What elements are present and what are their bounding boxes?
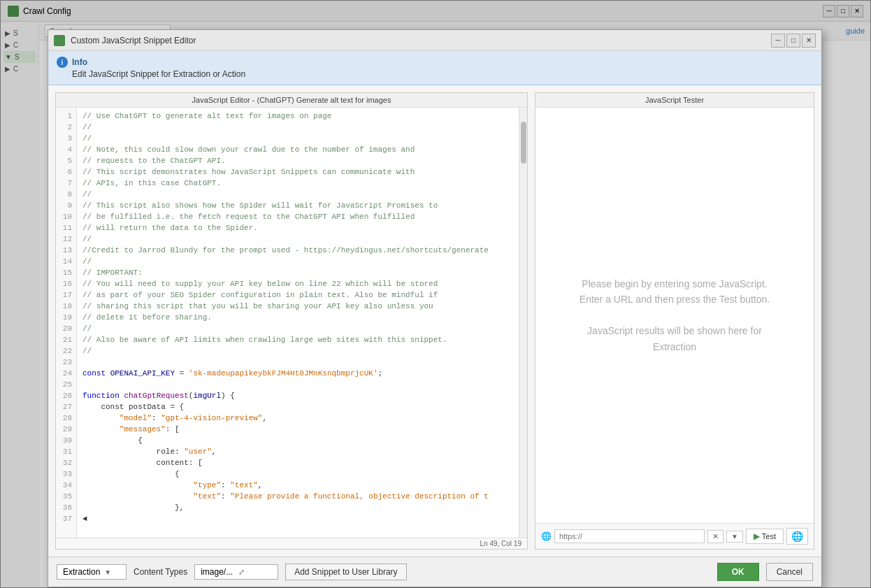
info-bar: i Info Edit JavaScript Snippet for Extra… <box>48 51 821 85</box>
editor-scrollbar[interactable] <box>519 108 527 538</box>
info-icon: i <box>57 57 68 68</box>
dialog-bottom-bar: Extraction ▼ Content Types image/... ⤢ A… <box>48 557 821 587</box>
dialog-title: Custom JavaScript Snippet Editor <box>71 36 765 45</box>
js-tester-panel: JavaScript Tester Please begin by enteri… <box>535 92 814 550</box>
play-icon: ▶ <box>754 531 760 541</box>
code-editor[interactable]: // Use ChatGPT to generate alt text for … <box>77 108 519 538</box>
scrollbar-thumb[interactable] <box>521 122 526 164</box>
dialog-maximize-btn[interactable]: □ <box>786 34 800 48</box>
content-types-value: image/... <box>201 567 233 577</box>
test-button[interactable]: ▶ Test <box>746 529 784 544</box>
url-input[interactable] <box>554 529 705 543</box>
dialog-close-btn[interactable]: ✕ <box>802 34 816 48</box>
editor-statusbar: Ln 49, Col 19 <box>56 538 527 549</box>
content-types-label: Content Types <box>134 567 187 577</box>
js-snippet-editor-dialog: Custom JavaScript Snippet Editor ─ □ ✕ i… <box>48 29 822 587</box>
test-btn-label: Test <box>762 532 776 540</box>
expand-icon[interactable]: ⤢ <box>238 568 245 577</box>
editor-area[interactable]: 1234567891011121314151617181920212223242… <box>56 108 527 538</box>
info-header-text: Info <box>72 57 87 67</box>
dialog-window-controls: ─ □ ✕ <box>771 34 816 48</box>
content-types-field[interactable]: image/... ⤢ <box>194 564 278 580</box>
dialog-minimize-btn[interactable]: ─ <box>771 34 785 48</box>
globe-small-icon: 🌐 <box>541 531 552 541</box>
ok-button[interactable]: OK <box>717 563 759 581</box>
tester-panel-title: JavaScript Tester <box>535 93 814 108</box>
dropdown-arrow-icon: ▼ <box>104 568 111 576</box>
dialog-titlebar: Custom JavaScript Snippet Editor ─ □ ✕ <box>48 30 821 51</box>
dialog-main-content: JavaScript Editor - (ChatGPT) Generate a… <box>48 85 821 557</box>
add-snippet-button[interactable]: Add Snippet to User Library <box>285 564 406 580</box>
url-clear-btn[interactable]: ✕ <box>707 530 724 543</box>
tester-placeholder: Please begin by entering some JavaScript… <box>580 276 770 354</box>
globe-btn[interactable]: 🌐 <box>786 528 808 545</box>
extraction-dropdown-label: Extraction <box>63 567 100 577</box>
line-numbers: 1234567891011121314151617181920212223242… <box>56 108 77 538</box>
dialog-app-icon <box>54 35 65 46</box>
tester-content-area: Please begin by entering some JavaScript… <box>535 108 814 523</box>
js-editor-panel: JavaScript Editor - (ChatGPT) Generate a… <box>55 92 528 550</box>
extraction-dropdown[interactable]: Extraction ▼ <box>57 564 127 580</box>
url-dropdown-btn[interactable]: ▼ <box>726 531 743 543</box>
info-header: i Info <box>57 57 87 68</box>
tester-url-bar: 🌐 ✕ ▼ ▶ Test 🌐 <box>535 523 814 549</box>
cancel-button[interactable]: Cancel <box>766 563 813 581</box>
info-description: Edit JavaScript Snippet for Extraction o… <box>57 69 245 79</box>
editor-panel-title: JavaScript Editor - (ChatGPT) Generate a… <box>56 93 527 108</box>
